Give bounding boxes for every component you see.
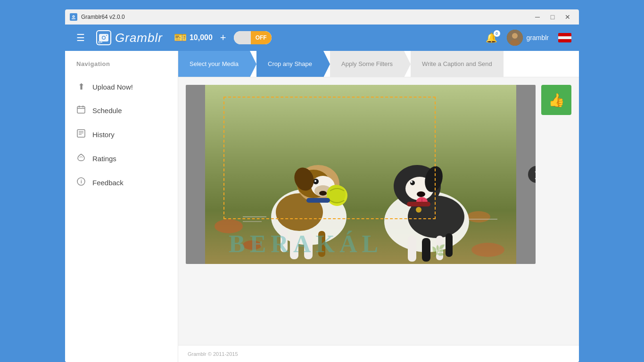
step-select-media[interactable]: Select your Media [178, 51, 250, 77]
sidebar-heading: Navigation [65, 60, 178, 67]
top-navigation: ☰ G+ Gramblr 🎫 10,000 [65, 25, 579, 51]
coin-icon: 🎫 [174, 32, 187, 44]
ratings-icon [76, 153, 86, 164]
sidebar-item-feedback[interactable]: i Feedback [65, 171, 178, 195]
svg-point-34 [319, 191, 327, 196]
user-area[interactable]: gramblr [507, 30, 549, 46]
svg-rect-57 [422, 238, 430, 262]
history-icon [76, 129, 86, 140]
svg-text:BERAKÁL: BERAKÁL [229, 230, 383, 257]
step-label-crop: Crop any Shape [268, 60, 312, 67]
sidebar-item-label-ratings: Ratings [92, 155, 116, 163]
next-icon: ❯ [534, 170, 536, 179]
close-button[interactable]: ✕ [561, 12, 574, 22]
minimize-button[interactable]: ─ [531, 12, 544, 22]
toggle-area[interactable]: OFF [234, 31, 272, 44]
toggle-label: OFF [251, 31, 272, 44]
app-icon [70, 13, 77, 21]
svg-rect-59 [446, 233, 453, 257]
feedback-icon: i [76, 177, 86, 188]
svg-rect-13 [77, 107, 85, 113]
svg-rect-3 [72, 18, 75, 19]
add-coins-button[interactable]: + [220, 32, 226, 44]
image-workspace: BERAKÁL 🌿 ❯ [178, 77, 579, 345]
svg-point-36 [314, 180, 316, 182]
image-container: BERAKÁL 🌿 ❯ [186, 85, 536, 264]
workspace-row: BERAKÁL 🌿 ❯ [186, 85, 571, 337]
step-label-select: Select your Media [190, 60, 239, 67]
sidebar-item-schedule[interactable]: Schedule [65, 99, 178, 123]
nav-right: 🔔 0 gramblr [486, 30, 571, 46]
thumbsup-icon: 👍 [548, 92, 565, 108]
step-apply-filters[interactable]: Apply Some Filters [330, 51, 404, 77]
coin-count: 10,000 [190, 33, 213, 42]
svg-point-2 [73, 16, 74, 17]
svg-point-25 [467, 211, 490, 222]
schedule-icon [76, 105, 86, 116]
svg-point-8 [106, 35, 107, 36]
svg-rect-44 [306, 198, 330, 203]
coins-area: 🎫 10,000 [174, 32, 213, 44]
svg-point-27 [471, 243, 504, 257]
maximize-button[interactable]: □ [546, 12, 559, 22]
svg-text:i: i [81, 179, 82, 184]
toggle-switch[interactable]: OFF [234, 31, 272, 44]
step-arrow-2 [323, 51, 330, 77]
sidebar: Navigation ⬆ Upload Now! Schedule [65, 51, 178, 362]
avatar [507, 30, 523, 46]
image-panel: BERAKÁL 🌿 ❯ [186, 85, 536, 264]
step-arrow-3 [404, 51, 411, 77]
step-crop-shape[interactable]: Crop any Shape [256, 51, 323, 77]
sidebar-item-label-feedback: Feedback [92, 179, 124, 187]
sidebar-item-history[interactable]: History [65, 123, 178, 147]
step-arrow-1 [250, 51, 256, 77]
title-bar: Gramblr64 v2.0.0 ─ □ ✕ [65, 9, 579, 25]
step-navigation: Select your Media Crop any Shape Apply S… [178, 51, 579, 77]
svg-rect-56 [408, 236, 416, 262]
logo-area: G+ Gramblr [96, 30, 163, 45]
svg-rect-60 [407, 202, 430, 206]
copyright-text: Gramblr © 2011-2015 [188, 351, 238, 357]
footer: Gramblr © 2011-2015 [178, 345, 579, 362]
svg-point-7 [103, 37, 105, 39]
logo-text: Gramblr [115, 31, 163, 45]
dog-image: BERAKÁL 🌿 [186, 85, 536, 264]
sidebar-item-label-history: History [92, 131, 115, 139]
svg-text:G+: G+ [98, 41, 103, 44]
svg-point-51 [410, 181, 415, 185]
content-area: Select your Media Crop any Shape Apply S… [178, 51, 579, 362]
step-label-caption: Write a Caption and Send [422, 60, 492, 67]
flag-icon[interactable] [558, 33, 571, 42]
sidebar-item-upload[interactable]: ⬆ Upload Now! [65, 75, 178, 99]
sidebar-item-ratings[interactable]: Ratings [65, 147, 178, 171]
username: gramblr [527, 34, 549, 41]
svg-point-49 [417, 191, 425, 197]
svg-point-11 [512, 33, 518, 39]
step-caption-send[interactable]: Write a Caption and Send [411, 51, 504, 77]
logo-icon: G+ [96, 30, 111, 45]
hamburger-button[interactable]: ☰ [73, 30, 89, 45]
svg-rect-17 [77, 130, 85, 137]
sidebar-item-label-upload: Upload Now! [92, 83, 133, 91]
svg-point-61 [416, 207, 421, 213]
svg-text:🌿: 🌿 [431, 244, 446, 257]
notification-bell[interactable]: 🔔 0 [486, 32, 497, 43]
upload-icon: ⬆ [76, 82, 86, 92]
toggle-knob [234, 31, 251, 44]
confirm-button[interactable]: 👍 [541, 85, 571, 115]
window-controls: ─ □ ✕ [531, 12, 574, 22]
sidebar-item-label-schedule: Schedule [92, 107, 122, 115]
window-title: Gramblr64 v2.0.0 [81, 14, 125, 20]
step-label-filters: Apply Some Filters [341, 60, 393, 67]
svg-point-52 [411, 181, 413, 183]
main-content: Navigation ⬆ Upload Now! Schedule [65, 51, 579, 362]
notification-badge: 0 [494, 30, 500, 37]
app-window: ☰ G+ Gramblr 🎫 10,000 [65, 25, 579, 362]
